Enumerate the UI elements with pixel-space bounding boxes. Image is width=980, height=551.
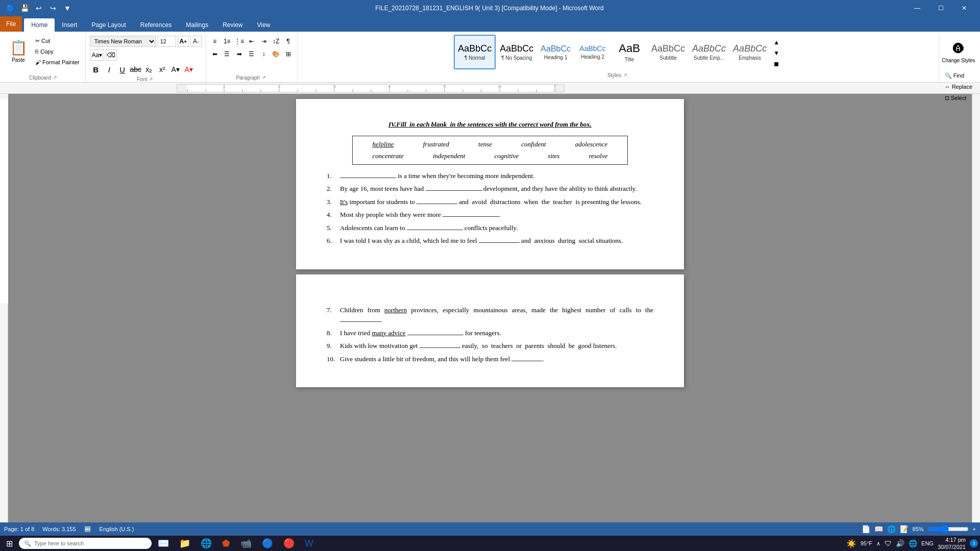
customize-btn[interactable]: ▼ [61, 2, 74, 14]
style-normal[interactable]: AaBbCc ¶ Normal [454, 35, 496, 69]
taskbar-mail-icon[interactable]: ✉️ [154, 537, 173, 550]
taskbar-browser-icon[interactable]: 🔴 [279, 537, 299, 550]
font-expand[interactable]: ↗ [148, 76, 154, 83]
zoom-in-btn[interactable]: + [973, 526, 976, 532]
justify-btn[interactable]: ☰ [246, 48, 257, 60]
styles-expand[interactable]: ↗ [622, 71, 628, 79]
search-icon: 🔍 [24, 540, 31, 547]
font-shrink-btn[interactable]: A- [190, 36, 202, 47]
style-heading1[interactable]: AaBbCc Heading 1 [537, 35, 574, 69]
clipboard-expand[interactable]: ↗ [52, 74, 58, 81]
zoom-level[interactable]: 85% [913, 526, 924, 532]
paste-button[interactable]: 📋 Paste [5, 35, 32, 68]
change-case-btn[interactable]: Aa▾ [90, 49, 104, 61]
volume-icon[interactable]: 🔊 [896, 539, 904, 547]
network-icon[interactable]: 🌐 [909, 539, 917, 547]
styles-scroll-up[interactable]: ▲ [771, 37, 782, 47]
tab-view[interactable]: View [250, 18, 278, 32]
styles-more[interactable]: ◼ [771, 59, 782, 69]
tab-insert[interactable]: Insert [55, 18, 84, 32]
shading-btn[interactable]: 🎨 [271, 48, 282, 60]
tab-mailings[interactable]: Mailings [179, 18, 215, 32]
tab-page-layout[interactable]: Page Layout [84, 18, 133, 32]
copy-button[interactable]: ⎘ Copy [33, 46, 82, 57]
style-emphasis[interactable]: AaBbCc Emphasis [730, 35, 770, 69]
taskbar-edge-icon[interactable]: 🌐 [197, 537, 216, 550]
replace-button[interactable]: ↔ Replace [942, 82, 975, 92]
strikethrough-button[interactable]: abc [130, 63, 142, 76]
font-color-btn[interactable]: A▾ [183, 63, 195, 76]
multilevel-btn[interactable]: ⋮≡ [234, 36, 245, 47]
align-left-btn[interactable]: ⬅ [209, 48, 220, 60]
styles-scroll-down[interactable]: ▼ [771, 47, 782, 58]
font-grow-btn[interactable]: A+ [178, 36, 189, 47]
style-subtle-emphasis[interactable]: AaBbCc Subtle Emp... [689, 35, 729, 69]
clear-formatting-btn[interactable]: ⌫ [106, 49, 117, 61]
align-center-btn[interactable]: ☰ [222, 48, 233, 60]
decrease-indent-btn[interactable]: ⇤ [246, 36, 257, 47]
show-hide-btn[interactable]: ¶ [283, 36, 294, 47]
style-subtitle[interactable]: AaBbCc Subtitle [648, 35, 688, 69]
clock[interactable]: 4:17 pm 30/07/2021 [938, 536, 966, 551]
expand-tray-btn[interactable]: ∧ [876, 540, 880, 547]
increase-indent-btn[interactable]: ⇥ [258, 36, 270, 47]
find-button[interactable]: 🔍 Find [942, 70, 967, 81]
para-row-1: ≡ 1≡ ⋮≡ ⇤ ⇥ ↕Z ¶ [209, 36, 294, 47]
taskbar-chrome-icon[interactable]: 🔵 [258, 537, 277, 550]
borders-btn[interactable]: ⊞ [283, 48, 294, 60]
line-spacing-btn[interactable]: ↕ [258, 48, 270, 60]
list-item: 6. I was told I was shy as a child, whic… [327, 236, 653, 246]
change-styles-button[interactable]: 🅐 Change Styles [943, 36, 974, 69]
spell-check-icon[interactable]: 🔤 [84, 526, 91, 533]
taskbar-system-icons: ☀️ 95°F ∧ 🛡 🔊 🌐 ENG 4:17 pm 30/07/2021 3 [846, 536, 978, 551]
taskbar-office-icon[interactable]: ⬟ [218, 537, 234, 550]
taskbar-folder-icon[interactable]: 📁 [175, 537, 194, 550]
numbering-btn[interactable]: 1≡ [222, 36, 233, 47]
select-button[interactable]: ⊡ Select [942, 93, 969, 103]
sort-btn[interactable]: ↕Z [271, 36, 282, 47]
taskbar-zoom-icon[interactable]: 📹 [236, 537, 256, 550]
format-painter-button[interactable]: 🖌 Format Painter [33, 57, 82, 67]
notification-badge[interactable]: 3 [970, 539, 978, 547]
maximize-btn[interactable]: ☐ [929, 0, 952, 16]
tab-file[interactable]: File [0, 16, 22, 32]
bold-button[interactable]: B [90, 63, 102, 76]
zoom-slider[interactable] [928, 525, 969, 533]
word-count[interactable]: Words: 3,155 [42, 526, 76, 532]
page-indicator[interactable]: Page: 1 of 8 [4, 526, 34, 532]
style-title[interactable]: AaB Title [611, 35, 647, 69]
tab-home[interactable]: Home [24, 18, 55, 32]
taskbar-search[interactable]: 🔍 Type here to search [19, 538, 152, 549]
align-right-btn[interactable]: ➡ [234, 48, 245, 60]
font-name-select[interactable]: Times New Roman [90, 36, 156, 47]
superscript-button[interactable]: x² [156, 63, 168, 76]
view-reading-icon[interactable]: 📖 [874, 525, 883, 533]
minimize-btn[interactable]: — [905, 0, 929, 16]
redo-btn[interactable]: ↪ [47, 2, 59, 14]
view-print-icon[interactable]: 📄 [862, 525, 870, 533]
tab-references[interactable]: References [133, 18, 179, 32]
save-btn[interactable]: 💾 [18, 2, 31, 14]
start-button[interactable]: ⊞ [2, 537, 17, 550]
view-draft-icon[interactable]: 📝 [900, 525, 909, 533]
language-indicator[interactable]: English (U.S.) [100, 526, 134, 532]
font-size-input[interactable] [158, 36, 176, 47]
italic-button[interactable]: I [103, 63, 115, 76]
ruler-marks: // This won't run in SVG, use static tic… [177, 84, 564, 92]
style-heading2[interactable]: AaBbCc Heading 2 [575, 35, 610, 69]
windows-icon: ⊞ [6, 539, 13, 548]
style-no-spacing[interactable]: AaBbCc ¶ No Spacing [497, 35, 536, 69]
bullets-btn[interactable]: ≡ [209, 36, 220, 47]
document-area[interactable]: IV.Fill in each blank in the sentences w… [8, 94, 972, 522]
underline-button[interactable]: U [116, 63, 129, 76]
close-btn[interactable]: ✕ [952, 0, 976, 16]
view-web-icon[interactable]: 🌐 [887, 525, 896, 533]
taskbar-word-icon[interactable]: W [301, 537, 317, 550]
paragraph-expand[interactable]: ↗ [261, 74, 267, 81]
text-highlight-btn[interactable]: A▾ [169, 63, 182, 76]
tab-review[interactable]: Review [215, 18, 250, 32]
cut-button[interactable]: ✂ Cut [33, 36, 82, 46]
undo-btn[interactable]: ↩ [33, 2, 45, 14]
subscript-button[interactable]: x₂ [143, 63, 155, 76]
ribbon-group-paragraph: ≡ 1≡ ⋮≡ ⇤ ⇥ ↕Z ¶ ⬅ ☰ ➡ ☰ ↕ 🎨 ⊞ Paragraph… [206, 34, 298, 82]
